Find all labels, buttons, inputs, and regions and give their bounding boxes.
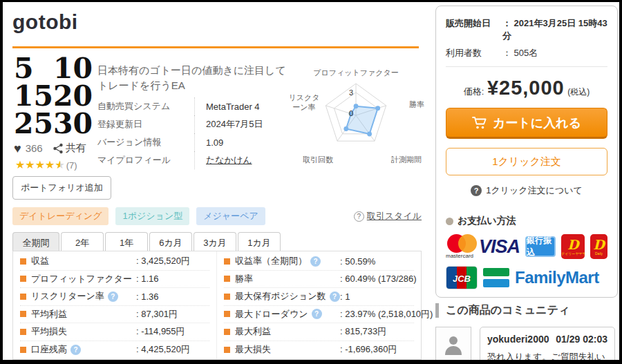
daily-yamazaki-logo: D デイリーヤマザキ (561, 234, 585, 259)
share-label: 共有 (66, 142, 86, 155)
trade-style-link[interactable]: ? 取引スタイル (354, 210, 422, 222)
stat-row-risk-return: リスクリターン率?: 1.36 (20, 288, 209, 306)
product-details: 自動売買システム MetaTrader 4 登録更新日 2024年7月5日 バー… (97, 97, 294, 169)
comment-text: 恐れ入ります。ご質問失礼いたします。 gogojungleの公式運用のグラフを (487, 350, 607, 360)
bullet-icon (224, 311, 230, 317)
trade-style-label: 取引スタイル (367, 210, 422, 222)
star-icon: ★ (25, 160, 35, 171)
radar-axis-label: 勝率 (409, 100, 424, 110)
stat-row-profit-factor: プロフィットファクター: 1.16 (20, 271, 209, 289)
rating-count[interactable]: (7) (66, 160, 77, 171)
detail-value: たなかけん (195, 154, 252, 166)
stats-table: 収益: 3,425,520円 プロフィットファクター: 1.16 リスクリターン… (12, 251, 422, 360)
stat-row-return-rate: 収益率（全期間）?: 50.59% (224, 253, 414, 271)
svg-text:0: 0 (349, 109, 353, 117)
bullet-icon (20, 347, 26, 353)
title-accent-rule (12, 46, 419, 48)
visa-logo: VISA (479, 236, 520, 258)
bank-transfer-logo: 銀行振込 (525, 236, 556, 257)
mastercard-logo: mastercard (446, 234, 473, 259)
question-icon: ? (354, 211, 364, 222)
detail-value: MetaTrader 4 (195, 102, 260, 112)
product-page: gotobi 510 1520 2530 ♥ 366 共有 ★ ★ ★ ★ ★★… (3, 2, 619, 360)
avatar (435, 327, 471, 360)
bullet-icon (20, 276, 26, 282)
community-section: この商品のコミュニティ yokuderi2000 01/29 02:03 恐れ入… (435, 303, 619, 360)
user-count-value: ： 505名 (502, 47, 538, 59)
detail-label: 登録更新日 (97, 118, 194, 131)
svg-text:3: 3 (349, 88, 353, 97)
detail-label: マイプロフィール (97, 154, 194, 166)
stat-row-balance: 口座残高?: 4,425,520円 (20, 341, 209, 359)
bullet-icon (224, 347, 230, 353)
tag-daytrading[interactable]: デイトレーディング (12, 207, 109, 225)
jcb-logo: JCB (446, 266, 478, 289)
daily-logo: D Daily (590, 234, 607, 259)
stat-row-max-loss: 最大損失: -1,696,360円 (224, 341, 414, 359)
user-count-row: 利用者数 ： 505名 (446, 47, 607, 59)
help-icon[interactable]: ? (312, 309, 322, 319)
comment-bubble[interactable]: yokuderi2000 01/29 02:03 恐れ入ります。ご質問失礼いたし… (480, 327, 615, 360)
bullet-icon (224, 294, 230, 300)
radar-plot: 30 (310, 79, 402, 155)
radar-axis-label: 取引回数 (303, 155, 333, 165)
product-description: 日本特有のゴトー日の値動きに注目してトレードを行うEA (97, 63, 295, 93)
bullet-icon (20, 329, 26, 335)
one-click-order-button[interactable]: 1クリック注文 (446, 148, 607, 175)
share-button[interactable]: 共有 (53, 142, 86, 155)
like-count: 366 (26, 142, 43, 154)
one-click-about-link[interactable]: ? 1クリック注文について (446, 184, 607, 197)
product-image: 510 1520 2530 (11, 55, 95, 137)
seller-profile-link[interactable]: たなかけん (206, 155, 252, 165)
price-line: 価格: ¥25,000 (税込) (446, 77, 607, 99)
detail-value: 2024年7月5日 (195, 118, 263, 131)
stat-row-win-rate: 勝率: 60.49% (173/286) (224, 271, 414, 289)
share-icon (53, 143, 64, 154)
tag-one-position[interactable]: 1ポジション型 (115, 207, 189, 225)
cart-button-label: カートに入れる (493, 115, 581, 131)
stat-row-max-drawdown: 最大ドローダウン?: 23.97% (2,518,010円) (224, 306, 414, 324)
portfolio-add-button[interactable]: ポートフォリオ追加 (12, 176, 111, 200)
detail-row: マイプロフィール たなかけん (97, 151, 294, 169)
question-icon: ? (471, 185, 482, 196)
image-number: 5 (14, 55, 34, 82)
familymart-icon (483, 267, 509, 289)
stat-row-max-profit: 最大利益: 815,733円 (224, 323, 414, 341)
image-number: 10 (53, 55, 93, 82)
star-icon: ★ (15, 160, 25, 171)
community-comment: yokuderi2000 01/29 02:03 恐れ入ります。ご質問失礼いたし… (435, 327, 619, 360)
add-to-cart-button[interactable]: カートに入れる (446, 108, 607, 139)
bullet-icon (224, 329, 230, 335)
price-label: 価格: (464, 86, 484, 97)
stat-row-avg-loss: 平均損失: -114,955円 (20, 323, 209, 341)
stat-row-max-positions: 最大保有ポジション数?: 1 (224, 288, 414, 306)
image-number: 20 (53, 82, 93, 110)
tag-major-pair[interactable]: メジャーペア (196, 207, 265, 225)
detail-value: 1.09 (195, 137, 223, 148)
bullet-icon (224, 258, 230, 265)
rating: ★ ★ ★ ★ ★★ (7) (15, 160, 77, 171)
detail-label: バージョン情報 (97, 136, 194, 149)
stat-row-profit: 収益: 3,425,520円 (20, 253, 209, 271)
image-number: 15 (14, 82, 53, 110)
bullet-icon (20, 258, 26, 265)
person-icon (442, 333, 465, 356)
bullet-icon (20, 311, 26, 317)
purchase-box: 販売開始日 ： 2021年3月25日 15時43分 利用者数 ： 505名 価格… (435, 6, 618, 298)
detail-row: バージョン情報 1.09 (97, 133, 294, 151)
bullet-icon (446, 218, 453, 225)
help-icon[interactable]: ? (108, 291, 118, 302)
comment-time: 01/29 02:03 (556, 334, 607, 345)
help-icon[interactable]: ? (70, 345, 81, 355)
radar-chart: プロフィットファクター 勝率 計測期間 取引回数 リスクターン率 30 (288, 68, 424, 166)
release-date-value: ： 2021年3月25日 15時43分 (502, 17, 607, 42)
help-icon[interactable]: ? (330, 291, 340, 302)
heart-icon[interactable]: ♥ (14, 142, 21, 155)
help-icon[interactable]: ? (310, 256, 321, 267)
detail-row: 自動売買システム MetaTrader 4 (97, 97, 294, 115)
cart-icon (472, 116, 487, 130)
detail-row: 登録更新日 2024年7月5日 (97, 115, 294, 133)
star-half-icon: ★★ (55, 160, 64, 171)
price-tax-label: (税込) (567, 87, 590, 97)
image-number: 25 (14, 110, 53, 137)
